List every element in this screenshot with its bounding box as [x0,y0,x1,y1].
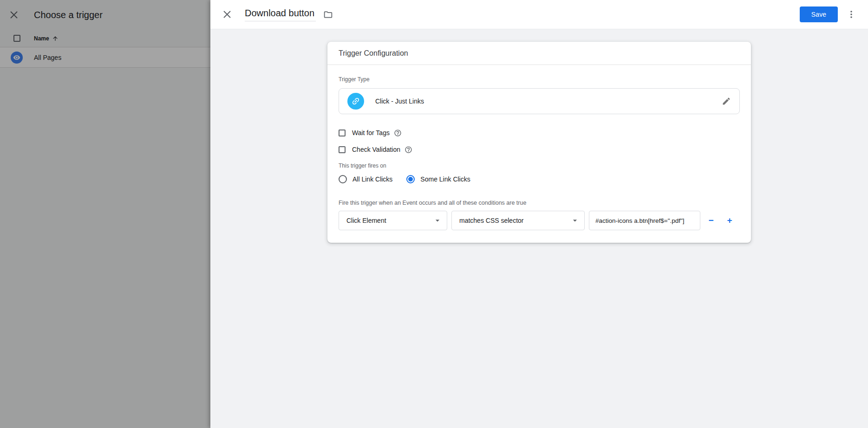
wait-for-tags-row: Wait for Tags [339,127,740,138]
check-validation-checkbox[interactable] [339,146,346,153]
remove-condition-button[interactable]: − [702,214,720,227]
modal-scrim [0,0,210,428]
chevron-down-icon [570,216,580,225]
add-condition-button[interactable]: + [720,214,739,227]
editor-top-bar: Download button Save [210,0,868,29]
trigger-type-label: Trigger Type [339,76,740,83]
trigger-configuration-card: Trigger Configuration Trigger Type Click… [327,42,751,243]
trigger-type-value: Click - Just Links [375,97,424,105]
trigger-type-selector[interactable]: Click - Just Links [339,88,740,114]
condition-value-input[interactable] [589,211,700,230]
fires-on-label: This trigger fires on [339,162,740,169]
close-icon[interactable] [222,9,233,20]
editor-main-area: Trigger Configuration Trigger Type Click… [210,29,868,428]
trigger-editor-panel: Download button Save Trigger Configurati… [210,0,868,428]
help-icon[interactable] [405,146,412,154]
save-button[interactable]: Save [800,6,838,22]
condition-variable-select[interactable]: Click Element [339,211,447,230]
radio-unchecked-icon[interactable] [339,175,347,183]
condition-variable-value: Click Element [346,217,386,224]
wait-for-tags-checkbox[interactable] [339,130,346,136]
more-options-icon[interactable] [846,9,857,20]
condition-operator-value: matches CSS selector [459,217,524,224]
help-icon[interactable] [394,129,402,137]
folder-icon[interactable] [323,10,333,19]
radio-label: Some Link Clicks [420,175,470,183]
fires-on-options: All Link Clicks Some Link Clicks [339,175,740,184]
wait-for-tags-label: Wait for Tags [352,129,390,136]
condition-row: Click Element matches CSS selector − + [339,211,740,230]
check-validation-row: Check Validation [339,144,740,155]
conditions-label: Fire this trigger when an Event occurs a… [339,200,740,206]
link-icon [347,93,364,110]
check-validation-label: Check Validation [352,146,400,153]
choose-trigger-panel: Choose a trigger Name All Pages [0,0,210,428]
chevron-down-icon [433,216,442,225]
edit-icon[interactable] [722,97,731,106]
radio-label: All Link Clicks [352,175,392,183]
radio-option-some-link-clicks[interactable]: Some Link Clicks [406,175,470,183]
radio-option-all-link-clicks[interactable]: All Link Clicks [339,175,392,183]
condition-operator-select[interactable]: matches CSS selector [451,211,585,230]
card-body: Trigger Type Click - Just Links Wait for… [327,65,751,243]
card-title: Trigger Configuration [327,42,751,65]
radio-checked-icon[interactable] [406,175,415,183]
trigger-name-input[interactable]: Download button [245,8,316,21]
